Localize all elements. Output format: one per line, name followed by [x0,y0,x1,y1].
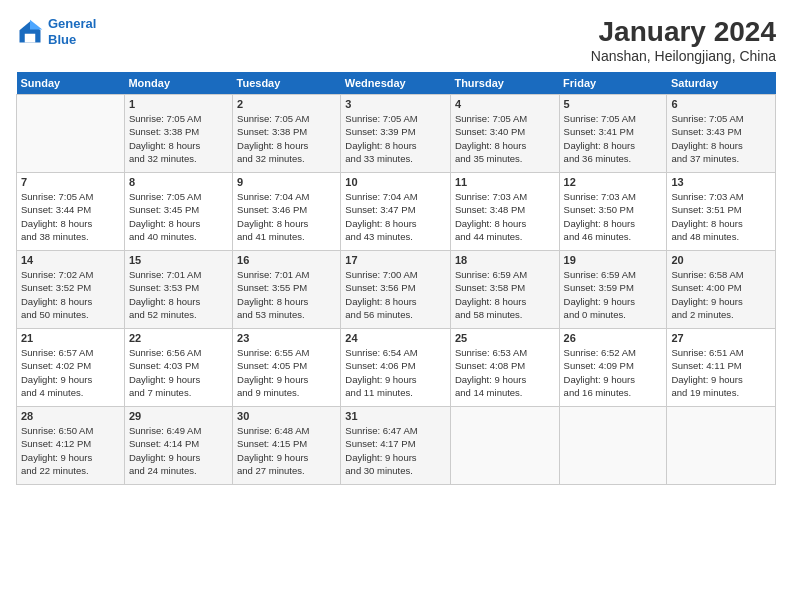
day-info: Sunrise: 6:47 AMSunset: 4:17 PMDaylight:… [345,424,446,477]
day-number: 20 [671,254,771,266]
day-number: 6 [671,98,771,110]
day-number: 4 [455,98,555,110]
day-info: Sunrise: 7:05 AMSunset: 3:40 PMDaylight:… [455,112,555,165]
day-number: 18 [455,254,555,266]
day-number: 24 [345,332,446,344]
day-number: 23 [237,332,336,344]
day-cell: 31Sunrise: 6:47 AMSunset: 4:17 PMDayligh… [341,407,451,485]
day-cell: 14Sunrise: 7:02 AMSunset: 3:52 PMDayligh… [17,251,125,329]
logo-text: General Blue [48,16,96,47]
day-number: 11 [455,176,555,188]
day-cell [450,407,559,485]
day-number: 21 [21,332,120,344]
calendar-table: Sunday Monday Tuesday Wednesday Thursday… [16,72,776,485]
day-number: 29 [129,410,228,422]
day-number: 17 [345,254,446,266]
day-number: 1 [129,98,228,110]
day-cell: 16Sunrise: 7:01 AMSunset: 3:55 PMDayligh… [233,251,341,329]
day-info: Sunrise: 6:55 AMSunset: 4:05 PMDaylight:… [237,346,336,399]
day-cell: 8Sunrise: 7:05 AMSunset: 3:45 PMDaylight… [124,173,232,251]
day-cell: 20Sunrise: 6:58 AMSunset: 4:00 PMDayligh… [667,251,776,329]
day-number: 26 [564,332,663,344]
day-number: 9 [237,176,336,188]
calendar-title: January 2024 [591,16,776,48]
svg-marker-1 [30,19,42,29]
col-monday: Monday [124,72,232,95]
day-info: Sunrise: 7:04 AMSunset: 3:46 PMDaylight:… [237,190,336,243]
day-number: 25 [455,332,555,344]
day-cell: 18Sunrise: 6:59 AMSunset: 3:58 PMDayligh… [450,251,559,329]
day-cell [17,95,125,173]
day-number: 12 [564,176,663,188]
day-info: Sunrise: 7:04 AMSunset: 3:47 PMDaylight:… [345,190,446,243]
logo-icon [16,18,44,46]
day-info: Sunrise: 7:05 AMSunset: 3:45 PMDaylight:… [129,190,228,243]
day-cell: 29Sunrise: 6:49 AMSunset: 4:14 PMDayligh… [124,407,232,485]
day-cell: 9Sunrise: 7:04 AMSunset: 3:46 PMDaylight… [233,173,341,251]
day-cell: 12Sunrise: 7:03 AMSunset: 3:50 PMDayligh… [559,173,667,251]
day-info: Sunrise: 6:53 AMSunset: 4:08 PMDaylight:… [455,346,555,399]
day-cell: 27Sunrise: 6:51 AMSunset: 4:11 PMDayligh… [667,329,776,407]
day-cell: 30Sunrise: 6:48 AMSunset: 4:15 PMDayligh… [233,407,341,485]
day-info: Sunrise: 6:48 AMSunset: 4:15 PMDaylight:… [237,424,336,477]
day-number: 27 [671,332,771,344]
svg-rect-2 [25,33,36,42]
day-cell: 25Sunrise: 6:53 AMSunset: 4:08 PMDayligh… [450,329,559,407]
day-info: Sunrise: 6:57 AMSunset: 4:02 PMDaylight:… [21,346,120,399]
col-saturday: Saturday [667,72,776,95]
day-cell: 4Sunrise: 7:05 AMSunset: 3:40 PMDaylight… [450,95,559,173]
col-wednesday: Wednesday [341,72,451,95]
calendar-subtitle: Nanshan, Heilongjiang, China [591,48,776,64]
col-sunday: Sunday [17,72,125,95]
day-info: Sunrise: 6:54 AMSunset: 4:06 PMDaylight:… [345,346,446,399]
day-cell: 21Sunrise: 6:57 AMSunset: 4:02 PMDayligh… [17,329,125,407]
day-cell: 2Sunrise: 7:05 AMSunset: 3:38 PMDaylight… [233,95,341,173]
day-number: 3 [345,98,446,110]
day-info: Sunrise: 7:01 AMSunset: 3:53 PMDaylight:… [129,268,228,321]
day-number: 19 [564,254,663,266]
day-cell: 26Sunrise: 6:52 AMSunset: 4:09 PMDayligh… [559,329,667,407]
day-number: 16 [237,254,336,266]
day-info: Sunrise: 6:52 AMSunset: 4:09 PMDaylight:… [564,346,663,399]
day-number: 7 [21,176,120,188]
day-number: 31 [345,410,446,422]
day-number: 15 [129,254,228,266]
day-info: Sunrise: 7:03 AMSunset: 3:51 PMDaylight:… [671,190,771,243]
week-row-1: 1Sunrise: 7:05 AMSunset: 3:38 PMDaylight… [17,95,776,173]
day-cell: 5Sunrise: 7:05 AMSunset: 3:41 PMDaylight… [559,95,667,173]
day-info: Sunrise: 6:49 AMSunset: 4:14 PMDaylight:… [129,424,228,477]
header-row: Sunday Monday Tuesday Wednesday Thursday… [17,72,776,95]
week-row-2: 7Sunrise: 7:05 AMSunset: 3:44 PMDaylight… [17,173,776,251]
day-number: 2 [237,98,336,110]
day-info: Sunrise: 6:51 AMSunset: 4:11 PMDaylight:… [671,346,771,399]
day-info: Sunrise: 7:02 AMSunset: 3:52 PMDaylight:… [21,268,120,321]
day-number: 13 [671,176,771,188]
day-cell: 23Sunrise: 6:55 AMSunset: 4:05 PMDayligh… [233,329,341,407]
day-info: Sunrise: 6:59 AMSunset: 3:59 PMDaylight:… [564,268,663,321]
col-thursday: Thursday [450,72,559,95]
day-cell: 13Sunrise: 7:03 AMSunset: 3:51 PMDayligh… [667,173,776,251]
day-cell [667,407,776,485]
day-cell: 17Sunrise: 7:00 AMSunset: 3:56 PMDayligh… [341,251,451,329]
day-cell: 3Sunrise: 7:05 AMSunset: 3:39 PMDaylight… [341,95,451,173]
col-friday: Friday [559,72,667,95]
day-info: Sunrise: 7:05 AMSunset: 3:39 PMDaylight:… [345,112,446,165]
day-info: Sunrise: 6:56 AMSunset: 4:03 PMDaylight:… [129,346,228,399]
day-cell: 28Sunrise: 6:50 AMSunset: 4:12 PMDayligh… [17,407,125,485]
day-cell [559,407,667,485]
day-cell: 19Sunrise: 6:59 AMSunset: 3:59 PMDayligh… [559,251,667,329]
day-cell: 6Sunrise: 7:05 AMSunset: 3:43 PMDaylight… [667,95,776,173]
col-tuesday: Tuesday [233,72,341,95]
week-row-4: 21Sunrise: 6:57 AMSunset: 4:02 PMDayligh… [17,329,776,407]
day-info: Sunrise: 7:05 AMSunset: 3:38 PMDaylight:… [129,112,228,165]
title-block: January 2024 Nanshan, Heilongjiang, Chin… [591,16,776,64]
day-info: Sunrise: 7:01 AMSunset: 3:55 PMDaylight:… [237,268,336,321]
day-info: Sunrise: 7:05 AMSunset: 3:38 PMDaylight:… [237,112,336,165]
day-cell: 22Sunrise: 6:56 AMSunset: 4:03 PMDayligh… [124,329,232,407]
day-info: Sunrise: 7:03 AMSunset: 3:50 PMDaylight:… [564,190,663,243]
week-row-5: 28Sunrise: 6:50 AMSunset: 4:12 PMDayligh… [17,407,776,485]
day-number: 30 [237,410,336,422]
day-cell: 1Sunrise: 7:05 AMSunset: 3:38 PMDaylight… [124,95,232,173]
week-row-3: 14Sunrise: 7:02 AMSunset: 3:52 PMDayligh… [17,251,776,329]
logo: General Blue [16,16,96,47]
